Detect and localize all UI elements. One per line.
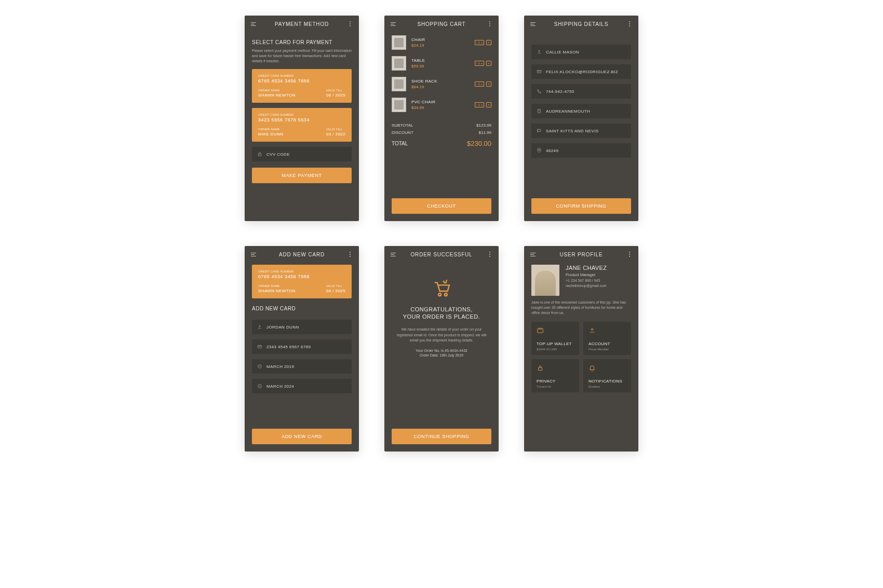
tile-sub: Enabled: [588, 385, 626, 388]
user-icon: [537, 49, 542, 54]
cart-item: PVC CHAIR$34.99 - 1 +×: [392, 94, 491, 115]
checkout-button[interactable]: CHECKOUT: [392, 198, 491, 214]
more-icon[interactable]: [626, 251, 633, 258]
make-payment-button[interactable]: MAKE PAYMENT: [252, 168, 352, 183]
email-input[interactable]: FELIX.KLOCKO@RODRIGUEZ.BIZ: [531, 64, 631, 79]
total-value: $230.00: [467, 140, 491, 147]
credit-card-1[interactable]: CREDIT CARD NUMBER 6765 4534 3456 7886 O…: [252, 69, 352, 103]
product-name: SHOE RACK: [411, 79, 470, 84]
tile-title: PRIVACY: [537, 379, 574, 384]
screen-title: ADD NEW CARD: [257, 252, 346, 257]
start-date-input[interactable]: MARCH 2019: [252, 359, 352, 374]
zip-input[interactable]: 48249: [531, 143, 631, 158]
menu-icon[interactable]: [529, 251, 537, 258]
success-line2: YOUR ORDER IS PLACED.: [392, 313, 491, 320]
screen-title: SHOPPING CART: [397, 21, 486, 27]
tile-title: ACCOUNT: [588, 341, 626, 346]
building-icon: [537, 108, 542, 114]
end-date-input[interactable]: MARCH 2024: [252, 379, 352, 393]
addcard-screen: ADD NEW CARD CREDIT CARD NUMBER 6765 453…: [245, 246, 359, 452]
profile-screen: USER PROFILE JANE CHAVEZ Product Manager…: [524, 246, 638, 452]
phone-icon: [537, 89, 542, 94]
more-icon[interactable]: [486, 20, 493, 28]
owner-label: OWNER NAME: [258, 128, 284, 131]
product-name: CHAIR: [411, 37, 470, 42]
field-value: MARCH 2024: [266, 384, 294, 389]
add-card-button[interactable]: ADD NEW CARD: [252, 429, 352, 444]
success-screen: ORDER SUCCESSFUL CONGRATULATIONS, YOUR O…: [384, 246, 499, 452]
card-icon: [257, 344, 262, 349]
cvv-input[interactable]: CVV CODE: [252, 147, 352, 161]
cart-item: TABLE$59.99 - 1 +×: [392, 53, 491, 74]
profile-role: Product Manager: [566, 272, 607, 277]
profile-phone: +1 234 567 890 / 945: [566, 279, 607, 282]
menu-icon[interactable]: [529, 20, 537, 28]
lock-icon: [537, 364, 544, 372]
product-thumb[interactable]: [392, 98, 406, 112]
product-thumb[interactable]: [392, 77, 406, 91]
card-number: 6765 4534 3456 7886: [258, 78, 345, 84]
lock-icon: [257, 152, 262, 157]
remove-icon[interactable]: ×: [486, 102, 491, 107]
menu-icon[interactable]: [390, 251, 397, 258]
svg-point-1: [539, 50, 540, 52]
tile-title: NOTIFICATIONS: [588, 379, 626, 384]
product-thumb[interactable]: [392, 56, 406, 71]
more-icon[interactable]: [346, 251, 354, 258]
field-value: JORDAN DUNN: [266, 325, 299, 330]
card-number: 6765 4534 3456 7886: [258, 274, 345, 279]
remove-icon[interactable]: ×: [486, 81, 491, 87]
valid-label: VALID TILL: [326, 128, 345, 131]
confirm-shipping-button[interactable]: CONFIRM SHIPPING: [531, 198, 631, 214]
field-value: AUDREANNEMOUTH: [546, 109, 590, 114]
menu-icon[interactable]: [250, 20, 257, 28]
section-heading: ADD NEW CARD: [252, 306, 352, 311]
svg-rect-14: [539, 368, 542, 371]
qty-control[interactable]: - 1 +×: [475, 61, 491, 66]
owner-name: MIKE DUNN: [258, 132, 284, 136]
tile-notifications[interactable]: NOTIFICATIONS Enabled: [583, 359, 631, 392]
more-icon[interactable]: [626, 20, 633, 28]
city-input[interactable]: AUDREANNEMOUTH: [531, 104, 631, 118]
qty-control[interactable]: - 1 +×: [475, 102, 491, 107]
existing-card[interactable]: CREDIT CARD NUMBER 6765 4534 3456 7886 O…: [252, 265, 352, 298]
svg-rect-4: [538, 129, 541, 131]
tile-sub: Turned On: [537, 385, 574, 388]
flag-icon: [537, 128, 542, 133]
phone-input[interactable]: 744-942-4750: [531, 84, 631, 99]
cart-item: SHOE RACK$84.19 - 1 +×: [392, 74, 491, 94]
screen-title: PAYMENT METHOD: [257, 21, 346, 27]
svg-rect-3: [538, 110, 541, 113]
credit-card-2[interactable]: CREDIT CARD NUMBER 3423 5656 7678 5634 O…: [252, 108, 352, 142]
tile-account[interactable]: ACCOUNT Prime Member: [583, 322, 631, 355]
tile-privacy[interactable]: PRIVACY Turned On: [531, 359, 579, 392]
cardnumber-input[interactable]: 2343 4545 6567 6789: [252, 339, 352, 354]
menu-icon[interactable]: [390, 20, 397, 28]
qty-display: - 1 +: [475, 81, 484, 87]
name-input[interactable]: CALLIE MASON: [531, 45, 631, 59]
menu-icon[interactable]: [250, 251, 257, 258]
remove-icon[interactable]: ×: [486, 40, 491, 45]
card-number-label: CREDIT CARD NUMBER: [258, 74, 345, 77]
profile-email: rachelbishop@gmail.com: [566, 284, 607, 288]
tile-wallet[interactable]: TOP-UP WALLET $2344.45 USD: [531, 322, 579, 355]
qty-control[interactable]: - 1 +×: [475, 40, 491, 45]
profile-name: JANE CHAVEZ: [566, 265, 607, 271]
country-input[interactable]: SAINT KITTS AND NEVIS: [531, 124, 631, 138]
discount-value: $11.99: [479, 130, 491, 135]
more-icon[interactable]: [346, 20, 354, 28]
remove-icon[interactable]: ×: [486, 61, 491, 66]
valid-date: 06 / 2025: [326, 93, 345, 98]
svg-point-11: [445, 293, 447, 296]
continue-shopping-button[interactable]: CONTINUE SHOPPING: [392, 429, 491, 444]
section-heading: SELECT CARD FOR PAYMENT: [252, 39, 352, 45]
qty-control[interactable]: - 1 +×: [475, 81, 491, 87]
svg-point-5: [539, 149, 540, 151]
owner-label: OWNER NAME: [258, 284, 296, 288]
product-thumb[interactable]: [392, 35, 406, 50]
field-value: FELIX.KLOCKO@RODRIGUEZ.BIZ: [546, 70, 618, 74]
more-icon[interactable]: [486, 251, 493, 258]
cardholder-input[interactable]: JORDAN DUNN: [252, 320, 352, 334]
svg-rect-12: [538, 330, 543, 333]
avatar[interactable]: [531, 265, 559, 296]
